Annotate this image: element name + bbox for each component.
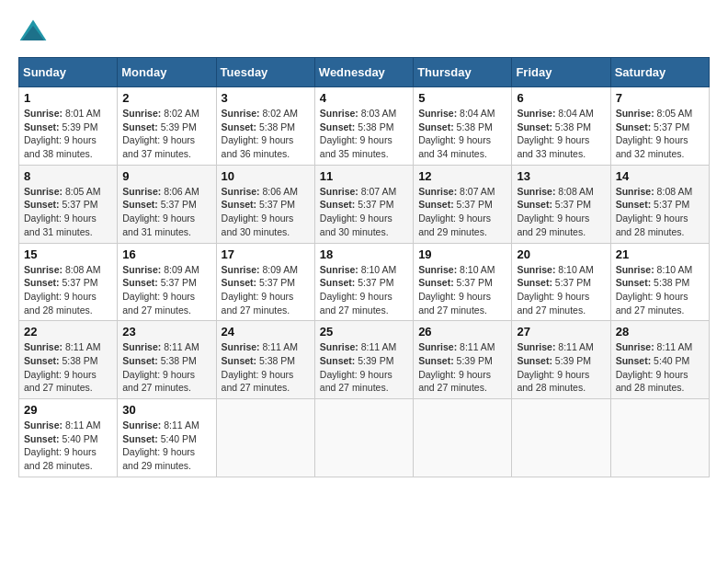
day-number: 24	[222, 325, 310, 339]
day-number: 2	[122, 91, 210, 105]
calendar-cell: 1Sunrise: 8:01 AMSunset: 5:39 PMDaylight…	[19, 87, 118, 166]
calendar-cell	[414, 399, 512, 477]
calendar-cell: 15Sunrise: 8:08 AMSunset: 5:37 PMDayligh…	[19, 243, 118, 321]
calendar-week-row: 29Sunrise: 8:11 AMSunset: 5:40 PMDayligh…	[19, 399, 710, 477]
day-number: 17	[222, 247, 310, 261]
day-info: Sunrise: 8:11 AMSunset: 5:40 PMDaylight:…	[616, 340, 704, 395]
logo	[18, 18, 51, 48]
calendar-cell	[610, 399, 709, 477]
day-info: Sunrise: 8:11 AMSunset: 5:38 PMDaylight:…	[122, 340, 210, 395]
day-info: Sunrise: 8:06 AMSunset: 5:37 PMDaylight:…	[222, 185, 310, 239]
day-info: Sunrise: 8:11 AMSunset: 5:40 PMDaylight:…	[24, 419, 112, 473]
day-number: 5	[418, 91, 506, 105]
calendar-cell: 25Sunrise: 8:11 AMSunset: 5:39 PMDayligh…	[314, 321, 413, 399]
calendar-cell: 11Sunrise: 8:07 AMSunset: 5:37 PMDayligh…	[314, 165, 413, 243]
column-header-saturday: Saturday	[610, 58, 709, 87]
day-info: Sunrise: 8:03 AMSunset: 5:38 PMDaylight:…	[320, 107, 408, 161]
day-info: Sunrise: 8:11 AMSunset: 5:40 PMDaylight:…	[122, 419, 210, 473]
day-info: Sunrise: 8:09 AMSunset: 5:37 PMDaylight:…	[222, 263, 310, 317]
day-number: 18	[320, 247, 408, 261]
day-info: Sunrise: 8:04 AMSunset: 5:38 PMDaylight:…	[418, 107, 506, 161]
day-info: Sunrise: 8:08 AMSunset: 5:37 PMDaylight:…	[616, 185, 704, 239]
day-number: 7	[616, 91, 704, 105]
day-info: Sunrise: 8:08 AMSunset: 5:37 PMDaylight:…	[517, 185, 605, 239]
day-number: 25	[320, 325, 408, 339]
day-number: 12	[418, 169, 506, 183]
day-info: Sunrise: 8:09 AMSunset: 5:37 PMDaylight:…	[122, 263, 210, 317]
calendar-cell: 27Sunrise: 8:11 AMSunset: 5:39 PMDayligh…	[512, 321, 610, 399]
calendar-week-row: 15Sunrise: 8:08 AMSunset: 5:37 PMDayligh…	[19, 243, 710, 321]
calendar-cell: 12Sunrise: 8:07 AMSunset: 5:37 PMDayligh…	[414, 165, 512, 243]
calendar-cell	[512, 399, 610, 477]
calendar-cell: 21Sunrise: 8:10 AMSunset: 5:38 PMDayligh…	[610, 243, 709, 321]
day-number: 3	[222, 91, 310, 105]
day-number: 10	[222, 169, 310, 183]
day-number: 6	[517, 91, 605, 105]
day-info: Sunrise: 8:02 AMSunset: 5:38 PMDaylight:…	[222, 107, 310, 161]
day-info: Sunrise: 8:05 AMSunset: 5:37 PMDaylight:…	[616, 107, 704, 161]
calendar-header-row: SundayMondayTuesdayWednesdayThursdayFrid…	[19, 58, 710, 87]
calendar-cell: 6Sunrise: 8:04 AMSunset: 5:38 PMDaylight…	[512, 87, 610, 166]
day-info: Sunrise: 8:11 AMSunset: 5:39 PMDaylight:…	[418, 340, 506, 395]
day-number: 26	[418, 325, 506, 339]
calendar-cell: 5Sunrise: 8:04 AMSunset: 5:38 PMDaylight…	[414, 87, 512, 166]
calendar-cell: 26Sunrise: 8:11 AMSunset: 5:39 PMDayligh…	[414, 321, 512, 399]
day-number: 13	[517, 169, 605, 183]
calendar-cell: 29Sunrise: 8:11 AMSunset: 5:40 PMDayligh…	[19, 399, 118, 477]
calendar-cell: 28Sunrise: 8:11 AMSunset: 5:40 PMDayligh…	[610, 321, 709, 399]
day-info: Sunrise: 8:11 AMSunset: 5:39 PMDaylight:…	[320, 340, 408, 395]
day-info: Sunrise: 8:05 AMSunset: 5:37 PMDaylight:…	[24, 185, 112, 239]
day-info: Sunrise: 8:02 AMSunset: 5:39 PMDaylight:…	[122, 107, 210, 161]
day-info: Sunrise: 8:10 AMSunset: 5:37 PMDaylight:…	[418, 263, 506, 317]
day-info: Sunrise: 8:10 AMSunset: 5:38 PMDaylight:…	[616, 263, 704, 317]
logo-icon	[18, 18, 48, 48]
calendar-cell: 4Sunrise: 8:03 AMSunset: 5:38 PMDaylight…	[314, 87, 413, 166]
column-header-sunday: Sunday	[19, 58, 118, 87]
column-header-thursday: Thursday	[414, 58, 512, 87]
calendar-cell: 18Sunrise: 8:10 AMSunset: 5:37 PMDayligh…	[314, 243, 413, 321]
calendar-cell: 7Sunrise: 8:05 AMSunset: 5:37 PMDaylight…	[610, 87, 709, 166]
column-header-monday: Monday	[118, 58, 216, 87]
day-info: Sunrise: 8:07 AMSunset: 5:37 PMDaylight:…	[320, 185, 408, 239]
calendar-cell: 24Sunrise: 8:11 AMSunset: 5:38 PMDayligh…	[216, 321, 314, 399]
day-number: 23	[122, 325, 210, 339]
calendar-week-row: 22Sunrise: 8:11 AMSunset: 5:38 PMDayligh…	[19, 321, 710, 399]
day-number: 15	[24, 247, 112, 261]
day-info: Sunrise: 8:06 AMSunset: 5:37 PMDaylight:…	[122, 185, 210, 239]
calendar-cell: 16Sunrise: 8:09 AMSunset: 5:37 PMDayligh…	[118, 243, 216, 321]
calendar-cell: 8Sunrise: 8:05 AMSunset: 5:37 PMDaylight…	[19, 165, 118, 243]
day-number: 1	[24, 91, 112, 105]
day-info: Sunrise: 8:11 AMSunset: 5:39 PMDaylight:…	[517, 340, 605, 395]
day-info: Sunrise: 8:01 AMSunset: 5:39 PMDaylight:…	[24, 107, 112, 161]
day-number: 30	[122, 403, 210, 417]
calendar-cell: 19Sunrise: 8:10 AMSunset: 5:37 PMDayligh…	[414, 243, 512, 321]
calendar-cell: 10Sunrise: 8:06 AMSunset: 5:37 PMDayligh…	[216, 165, 314, 243]
day-number: 14	[616, 169, 704, 183]
calendar-cell: 9Sunrise: 8:06 AMSunset: 5:37 PMDaylight…	[118, 165, 216, 243]
day-info: Sunrise: 8:04 AMSunset: 5:38 PMDaylight:…	[517, 107, 605, 161]
day-number: 9	[122, 169, 210, 183]
calendar-cell: 22Sunrise: 8:11 AMSunset: 5:38 PMDayligh…	[19, 321, 118, 399]
day-number: 27	[517, 325, 605, 339]
column-header-friday: Friday	[512, 58, 610, 87]
calendar-week-row: 1Sunrise: 8:01 AMSunset: 5:39 PMDaylight…	[19, 87, 710, 166]
calendar-cell: 17Sunrise: 8:09 AMSunset: 5:37 PMDayligh…	[216, 243, 314, 321]
calendar-cell: 23Sunrise: 8:11 AMSunset: 5:38 PMDayligh…	[118, 321, 216, 399]
day-number: 11	[320, 169, 408, 183]
calendar-cell: 14Sunrise: 8:08 AMSunset: 5:37 PMDayligh…	[610, 165, 709, 243]
calendar-week-row: 8Sunrise: 8:05 AMSunset: 5:37 PMDaylight…	[19, 165, 710, 243]
calendar-cell: 13Sunrise: 8:08 AMSunset: 5:37 PMDayligh…	[512, 165, 610, 243]
header	[18, 18, 710, 48]
day-info: Sunrise: 8:08 AMSunset: 5:37 PMDaylight:…	[24, 263, 112, 317]
day-number: 20	[517, 247, 605, 261]
day-number: 28	[616, 325, 704, 339]
day-number: 19	[418, 247, 506, 261]
calendar-cell	[216, 399, 314, 477]
day-number: 21	[616, 247, 704, 261]
day-info: Sunrise: 8:07 AMSunset: 5:37 PMDaylight:…	[418, 185, 506, 239]
column-header-tuesday: Tuesday	[216, 58, 314, 87]
day-info: Sunrise: 8:11 AMSunset: 5:38 PMDaylight:…	[24, 340, 112, 395]
calendar-cell: 20Sunrise: 8:10 AMSunset: 5:37 PMDayligh…	[512, 243, 610, 321]
day-info: Sunrise: 8:10 AMSunset: 5:37 PMDaylight:…	[320, 263, 408, 317]
calendar-cell	[314, 399, 413, 477]
